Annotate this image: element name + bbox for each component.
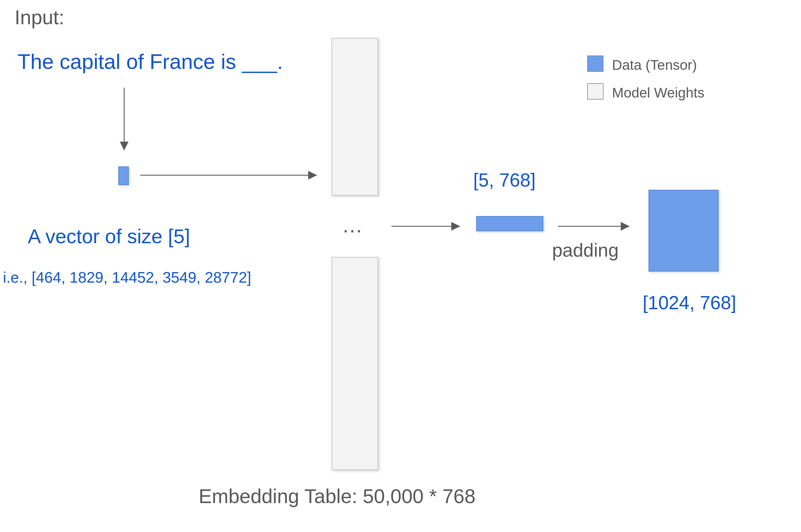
embedding-column-bottom (332, 257, 378, 470)
tensor-5-768-box (476, 216, 543, 231)
legend-swatch-data (587, 56, 603, 72)
input-header-label: Input: (15, 6, 64, 28)
arrow-vector-to-embedding (140, 171, 321, 179)
legend-swatch-weights (587, 83, 603, 99)
tensor-1024-768-box (649, 190, 719, 271)
vector-size-label: A vector of size [5] (28, 225, 190, 248)
vector-example-text: i.e., [464, 1829, 14452, 3549, 28772] (3, 269, 251, 286)
arrow-sentence-to-vector (120, 88, 129, 155)
arrow-tensor-to-padded (558, 222, 634, 231)
input-sentence-text: The capital of France is ___. (18, 50, 283, 74)
padding-label: padding (552, 240, 619, 261)
embedding-ellipsis: … (342, 213, 363, 237)
vector-box (118, 167, 129, 185)
embedding-column-top (332, 38, 378, 196)
arrow-embedding-to-tensor (391, 222, 464, 231)
legend-weights-label: Model Weights (612, 85, 705, 101)
legend-data-label: Data (Tensor) (612, 57, 697, 73)
tensor-5-768-label: [5, 768] (473, 169, 536, 191)
embedding-table-caption: Embedding Table: 50,000 * 768 (199, 485, 476, 508)
tensor-1024-768-label: [1024, 768] (643, 292, 736, 314)
